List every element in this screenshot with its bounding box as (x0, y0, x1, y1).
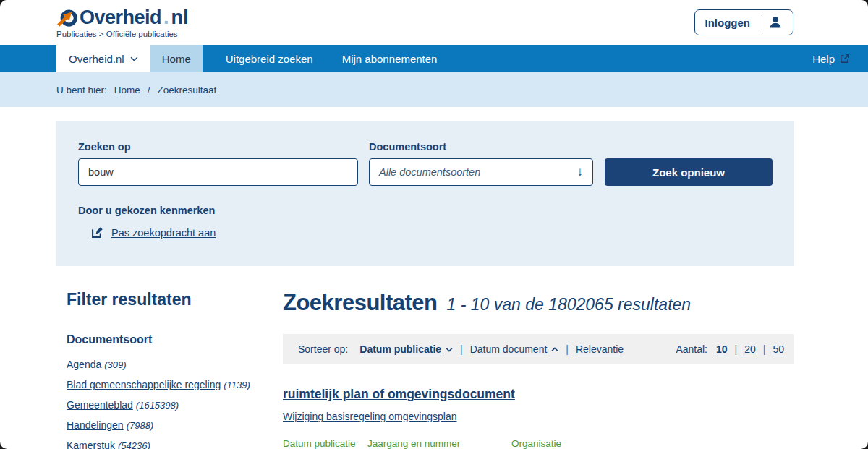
sort-option-datum-publicatie[interactable]: Datum publicatie (359, 343, 453, 355)
filter-title: Filter resultaten (67, 290, 283, 309)
help-link[interactable]: Help (812, 45, 850, 72)
breadcrumb-home-link[interactable]: Home (114, 85, 140, 95)
sort-option-relevantie[interactable]: Relevantie (576, 343, 624, 355)
user-icon (768, 15, 783, 30)
brand-tld: nl (171, 7, 189, 29)
sort-option-datum-document[interactable]: Datum document (470, 343, 559, 355)
filter-count: (54236) (118, 440, 150, 449)
separator: | (763, 343, 766, 355)
filter-link-handelingen[interactable]: Handelingen (67, 419, 124, 431)
filter-sidebar: Filter resultaten Documentsoort Agenda(3… (67, 290, 283, 449)
filter-item: Handelingen(7988) (67, 420, 283, 431)
page-size-10[interactable]: 10 (716, 343, 728, 355)
chosen-criteria-label: Door u gekozen kenmerken (78, 205, 773, 216)
filter-link-kamerstuk[interactable]: Kamerstuk (67, 440, 115, 449)
separator: | (460, 343, 463, 355)
filter-count: (1615398) (136, 400, 179, 411)
separator: | (566, 343, 569, 355)
edit-search-row: Pas zoekopdracht aan (78, 226, 773, 239)
result-subtitle-row: Wijziging basisregeling omgevingsplan (283, 410, 794, 423)
search-again-button[interactable]: Zoek opnieuw (605, 158, 773, 186)
filter-item: Blad gemeenschappelijke regeling(1139) (67, 380, 283, 390)
brand-name: Overheid (80, 7, 161, 29)
sort-label: Sorteer op: (298, 343, 348, 355)
result-meta-row: Datum publicatie Jaargang en nummer Orga… (283, 438, 794, 449)
doctype-select[interactable]: Alle documentsoorten ↓ (369, 158, 593, 186)
portal-dropdown-label: Overheid.nl (69, 53, 124, 65)
breadcrumb: U bent hier: Home / Zoekresultaat (0, 72, 868, 107)
brand-dot: . (163, 7, 169, 29)
result-item: ruimtelijk plan of omgevingsdocument Wij… (283, 387, 794, 449)
filter-item: Kamerstuk(54236) (67, 440, 283, 449)
doctype-label: Documentsoort (369, 141, 593, 153)
query-group: Zoeken op (78, 141, 358, 186)
header: Overheid.nl Publicaties > Officiële publ… (0, 0, 868, 45)
filter-count: (309) (104, 359, 126, 370)
aantal-label: Aantal: (676, 343, 707, 355)
chevron-down-icon (130, 56, 138, 61)
breadcrumb-separator: / (148, 85, 150, 95)
query-label: Zoeken op (78, 141, 358, 153)
select-down-arrow-icon: ↓ (577, 165, 584, 179)
login-divider (759, 15, 760, 30)
nav-tab-mijn-abonnementen-label: Mijn abonnementen (342, 53, 438, 65)
help-label: Help (812, 53, 835, 65)
sort-option-label: Datum publicatie (359, 343, 441, 355)
filter-item: Agenda(309) (67, 359, 283, 370)
brand-tagline: Publicaties > Officiële publicaties (56, 30, 189, 38)
nav-spacer (448, 45, 812, 72)
brand[interactable]: Overheid.nl Publicaties > Officiële publ… (56, 7, 189, 38)
brand-row: Overheid.nl (56, 7, 189, 29)
sort-option-label: Datum document (470, 343, 548, 355)
portal-dropdown[interactable]: Overheid.nl (56, 45, 150, 72)
filter-list: Agenda(309) Blad gemeenschappelijke rege… (67, 359, 283, 449)
result-title-link[interactable]: ruimtelijk plan of omgevingsdocument (283, 387, 515, 402)
sort-option-label: Relevantie (576, 343, 624, 355)
results-count-subtitle: 1 - 10 van de 1802065 resultaten (447, 295, 692, 315)
meta-label-jaargang-en-nummer: Jaargang en nummer (367, 438, 511, 449)
meta-label-organisatie: Organisatie (511, 438, 561, 449)
external-link-icon (840, 54, 850, 64)
sort-bar: Sorteer op: Datum publicatie | Datum doc… (283, 334, 794, 364)
nav-tab-uitgebreid-zoeken-label: Uitgebreid zoeken (226, 53, 313, 65)
doctype-selected-value: Alle documentsoorten (379, 166, 480, 178)
filter-link-agenda[interactable]: Agenda (67, 359, 101, 370)
filter-link-gemeenteblad[interactable]: Gemeenteblad (67, 399, 133, 411)
result-subtitle-link[interactable]: Wijziging basisregeling omgevingsplan (283, 411, 456, 422)
edit-icon (91, 226, 103, 239)
content: Filter resultaten Documentsoort Agenda(3… (0, 290, 868, 449)
filter-count: (1139) (224, 380, 250, 390)
breadcrumb-prefix: U bent hier: (56, 85, 107, 95)
main-nav: Overheid.nl Home Uitgebreid zoeken Mijn … (0, 45, 868, 72)
page-size-50[interactable]: 50 (773, 343, 784, 355)
search-input[interactable] (78, 158, 358, 186)
nav-tab-home[interactable]: Home (150, 45, 203, 72)
nav-tab-home-label: Home (162, 53, 191, 65)
results-head: Zoekresultaten 1 - 10 van de 1802065 res… (283, 290, 794, 316)
filter-count: (7988) (127, 420, 154, 431)
chevron-up-icon (551, 347, 558, 352)
page-size-controls: Aantal: 10 | 20 | 50 (676, 343, 784, 355)
nav-tab-mijn-abonnementen[interactable]: Mijn abonnementen (331, 45, 449, 72)
results-main: Zoekresultaten 1 - 10 van de 1802065 res… (283, 290, 794, 449)
results-title: Zoekresultaten (283, 290, 438, 316)
login-button[interactable]: Inloggen (694, 9, 794, 35)
nav-tab-uitgebreid-zoeken[interactable]: Uitgebreid zoeken (214, 45, 325, 72)
breadcrumb-current: Zoekresultaat (158, 85, 217, 95)
overheid-logo-icon (56, 7, 78, 29)
page-size-20[interactable]: 20 (744, 343, 756, 355)
filter-item: Gemeenteblad(1615398) (67, 400, 283, 411)
login-label: Inloggen (705, 17, 751, 29)
edit-search-link[interactable]: Pas zoekopdracht aan (111, 227, 216, 239)
meta-label-datum-publicatie: Datum publicatie (283, 438, 367, 449)
chevron-down-icon (446, 347, 453, 352)
filter-group-title: Documentsoort (67, 333, 283, 346)
filter-link-blad-gemeenschappelijke-regeling[interactable]: Blad gemeenschappelijke regeling (67, 379, 221, 390)
page: Overheid.nl Publicaties > Officiële publ… (0, 0, 868, 449)
search-form-row: Zoeken op Documentsoort Alle documentsoo… (78, 141, 773, 186)
search-panel: Zoeken op Documentsoort Alle documentsoo… (56, 121, 794, 266)
separator: | (735, 343, 738, 355)
doctype-group: Documentsoort Alle documentsoorten ↓ (369, 141, 593, 186)
